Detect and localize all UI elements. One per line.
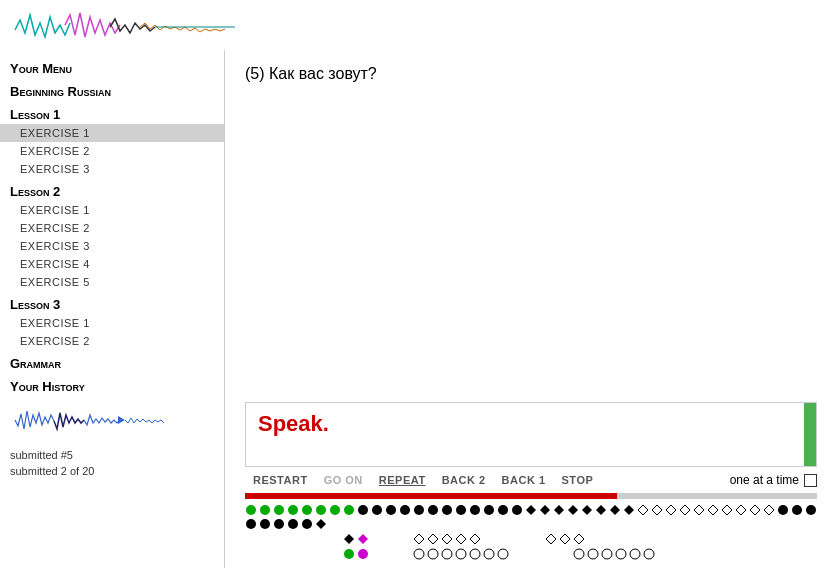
question-area: (5) Как вас зовут? bbox=[225, 50, 837, 402]
lesson3-exercise1[interactable]: Exercise 1 bbox=[0, 314, 224, 332]
svg-point-70 bbox=[602, 549, 612, 559]
svg-point-61 bbox=[414, 549, 424, 559]
svg-marker-48 bbox=[316, 519, 326, 529]
menu-label: Your Menu bbox=[0, 55, 224, 78]
lesson1-header: Lesson 1 bbox=[0, 101, 224, 124]
stop-button[interactable]: STOP bbox=[554, 472, 602, 488]
svg-marker-51 bbox=[414, 534, 424, 544]
svg-point-4 bbox=[274, 505, 284, 515]
svg-marker-50 bbox=[358, 534, 368, 544]
svg-point-63 bbox=[442, 549, 452, 559]
one-at-a-time-checkbox[interactable] bbox=[804, 474, 817, 487]
svg-marker-49 bbox=[344, 534, 354, 544]
history-label[interactable]: Your History bbox=[0, 373, 224, 396]
svg-marker-52 bbox=[428, 534, 438, 544]
svg-marker-29 bbox=[624, 505, 634, 515]
one-at-a-time-container: one at a time bbox=[730, 473, 817, 487]
waveform-svg bbox=[10, 5, 240, 50]
svg-marker-39 bbox=[764, 505, 774, 515]
lesson1-exercise1[interactable]: Exercise 1 bbox=[0, 124, 224, 142]
svg-point-18 bbox=[470, 505, 480, 515]
svg-point-20 bbox=[498, 505, 508, 515]
svg-marker-24 bbox=[554, 505, 564, 515]
svg-point-3 bbox=[260, 505, 270, 515]
grammar-label[interactable]: Grammar bbox=[0, 350, 224, 373]
svg-marker-30 bbox=[638, 505, 648, 515]
svg-marker-38 bbox=[750, 505, 760, 515]
svg-point-40 bbox=[778, 505, 788, 515]
svg-point-47 bbox=[302, 519, 312, 529]
button-row: RESTART GO ON REPEAT BACK 2 BACK 1 STOP … bbox=[225, 467, 837, 493]
speak-box: Speak. bbox=[245, 402, 817, 467]
svg-marker-36 bbox=[722, 505, 732, 515]
svg-marker-26 bbox=[582, 505, 592, 515]
submitted-2: submitted 2 of 20 bbox=[0, 463, 224, 479]
svg-point-2 bbox=[246, 505, 256, 515]
svg-point-64 bbox=[456, 549, 466, 559]
lesson1-exercise3[interactable]: Exercise 3 bbox=[0, 160, 224, 178]
svg-point-11 bbox=[372, 505, 382, 515]
dots-area bbox=[225, 499, 837, 568]
lesson2-exercise2[interactable]: Exercise 2 bbox=[0, 219, 224, 237]
svg-point-60 bbox=[358, 549, 368, 559]
content-area: (5) Как вас зовут? Speak. RESTART GO ON … bbox=[225, 50, 837, 568]
svg-point-14 bbox=[414, 505, 424, 515]
svg-point-72 bbox=[630, 549, 640, 559]
svg-point-9 bbox=[344, 505, 354, 515]
lesson1-exercise2[interactable]: Exercise 2 bbox=[0, 142, 224, 160]
svg-point-17 bbox=[456, 505, 466, 515]
restart-button[interactable]: RESTART bbox=[245, 472, 316, 488]
main-layout: Your Menu Beginning Russian Lesson 1 Exe… bbox=[0, 50, 837, 568]
svg-point-68 bbox=[574, 549, 584, 559]
lesson2-exercise5[interactable]: Exercise 5 bbox=[0, 273, 224, 291]
svg-point-6 bbox=[302, 505, 312, 515]
svg-marker-32 bbox=[666, 505, 676, 515]
back2-button[interactable]: BACK 2 bbox=[434, 472, 494, 488]
svg-marker-37 bbox=[736, 505, 746, 515]
course-label: Beginning Russian bbox=[0, 78, 224, 101]
svg-point-69 bbox=[588, 549, 598, 559]
svg-marker-25 bbox=[568, 505, 578, 515]
svg-point-7 bbox=[316, 505, 326, 515]
dots-row-2 bbox=[245, 533, 817, 545]
lesson2-exercise3[interactable]: Exercise 3 bbox=[0, 237, 224, 255]
svg-point-45 bbox=[274, 519, 284, 529]
svg-point-46 bbox=[288, 519, 298, 529]
header bbox=[0, 0, 837, 50]
svg-marker-35 bbox=[708, 505, 718, 515]
svg-marker-55 bbox=[470, 534, 480, 544]
lesson2-header: Lesson 2 bbox=[0, 178, 224, 201]
svg-point-15 bbox=[428, 505, 438, 515]
lesson3-exercise2[interactable]: Exercise 2 bbox=[0, 332, 224, 350]
svg-point-5 bbox=[288, 505, 298, 515]
svg-marker-22 bbox=[526, 505, 536, 515]
svg-marker-23 bbox=[540, 505, 550, 515]
progress-bar bbox=[245, 493, 817, 499]
svg-point-71 bbox=[616, 549, 626, 559]
svg-point-62 bbox=[428, 549, 438, 559]
progress-bar-fill bbox=[245, 493, 617, 499]
repeat-button[interactable]: REPEAT bbox=[371, 472, 434, 488]
svg-point-12 bbox=[386, 505, 396, 515]
svg-point-19 bbox=[484, 505, 494, 515]
svg-marker-27 bbox=[596, 505, 606, 515]
svg-marker-33 bbox=[680, 505, 690, 515]
submitted-1: submitted #5 bbox=[0, 447, 224, 463]
svg-marker-28 bbox=[610, 505, 620, 515]
question-text: (5) Как вас зовут? bbox=[245, 65, 817, 83]
svg-marker-57 bbox=[560, 534, 570, 544]
back1-button[interactable]: BACK 1 bbox=[494, 472, 554, 488]
lesson3-header: Lesson 3 bbox=[0, 291, 224, 314]
svg-point-41 bbox=[792, 505, 802, 515]
svg-marker-31 bbox=[652, 505, 662, 515]
svg-marker-54 bbox=[456, 534, 466, 544]
go-on-button[interactable]: GO ON bbox=[316, 472, 371, 488]
svg-point-65 bbox=[470, 549, 480, 559]
lesson2-exercise1[interactable]: Exercise 1 bbox=[0, 201, 224, 219]
svg-point-13 bbox=[400, 505, 410, 515]
lesson2-exercise4[interactable]: Exercise 4 bbox=[0, 255, 224, 273]
svg-marker-56 bbox=[546, 534, 556, 544]
svg-point-44 bbox=[260, 519, 270, 529]
svg-marker-58 bbox=[574, 534, 584, 544]
svg-marker-53 bbox=[442, 534, 452, 544]
